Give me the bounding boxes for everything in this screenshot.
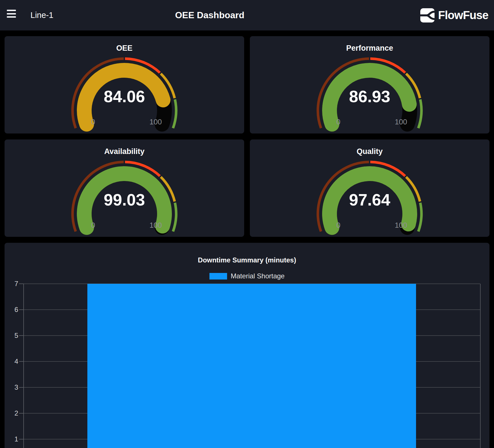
brand-name: FlowFuse — [438, 9, 488, 22]
gauge-card-performance: Performance 86.930100 — [250, 36, 489, 133]
axis-tick — [19, 439, 23, 439]
gauge-max-label: 100 — [395, 118, 407, 126]
gauge-card-quality: Quality 97.640100 — [250, 139, 489, 237]
y-tick-label: 6 — [5, 306, 18, 314]
downtime-chart-card: Downtime Summary (minutes) Material Shor… — [5, 243, 489, 448]
axis-tick — [19, 309, 23, 310]
page-name: Line-1 — [30, 0, 53, 30]
axis-tick — [19, 387, 23, 388]
axis-tick — [19, 283, 23, 284]
gauge-max-label: 100 — [149, 221, 162, 229]
axis-tick — [19, 335, 23, 336]
flowfuse-icon — [420, 8, 435, 23]
y-tick-label: 2 — [5, 409, 18, 417]
gauge-oee: 84.060100 — [5, 36, 244, 133]
gauge-value: 84.06 — [104, 87, 145, 106]
gauge-card-availability: Availability 99.030100 — [5, 139, 244, 237]
gauge-segment — [418, 99, 421, 128]
bar-chart-plot-area: 7654321 — [5, 243, 489, 448]
app-title: OEE Dashboard — [175, 0, 244, 30]
y-axis-line — [23, 284, 24, 448]
gauge-value: 99.03 — [104, 190, 145, 209]
gauge-min-label: 0 — [91, 118, 95, 126]
menu-icon[interactable] — [7, 9, 17, 18]
bar-material-shortage — [87, 284, 416, 448]
gauge-performance: 86.930100 — [250, 36, 489, 133]
gauge-quality: 97.640100 — [250, 139, 489, 237]
gauge-availability: 99.030100 — [5, 139, 244, 237]
axis-tick — [19, 361, 23, 362]
gauge-max-label: 100 — [395, 221, 407, 229]
y-tick-label: 4 — [5, 357, 18, 365]
gauge-min-label: 0 — [91, 221, 95, 229]
gauge-value: 97.64 — [349, 190, 390, 209]
y-tick-label: 5 — [5, 332, 18, 340]
gauge-min-label: 0 — [336, 118, 340, 126]
axis-tick — [19, 413, 23, 414]
y-tick-label: 3 — [5, 383, 18, 391]
gauge-segment — [173, 99, 176, 128]
gauge-segment — [418, 203, 421, 231]
gauge-segment — [173, 203, 176, 231]
gauge-card-oee: OEE 84.060100 — [5, 36, 244, 133]
y-tick-label: 7 — [5, 280, 18, 288]
plot-right-border — [480, 284, 481, 448]
y-tick-label: 1 — [5, 435, 18, 443]
gauge-value: 86.93 — [349, 87, 390, 106]
brand-logo[interactable]: FlowFuse — [420, 0, 488, 30]
app-header: Line-1 OEE Dashboard FlowFuse — [0, 0, 494, 30]
gauge-min-label: 0 — [336, 221, 340, 229]
gauge-max-label: 100 — [149, 118, 162, 126]
